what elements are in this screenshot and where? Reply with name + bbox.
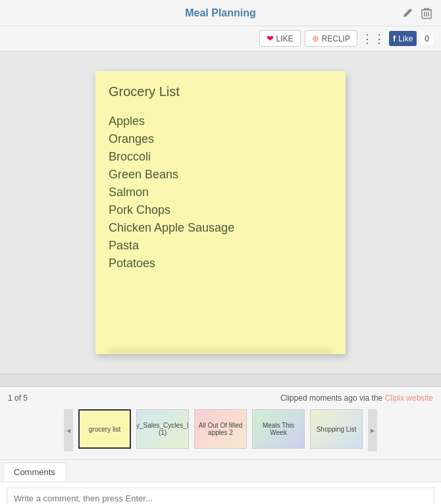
grocery-list-title: Grocery List	[109, 84, 330, 99]
clip-thumbnail[interactable]: Meals This Week	[252, 409, 305, 449]
list-item: Green Beans	[109, 166, 330, 184]
clip-thumbnail[interactable]: grocery list	[78, 409, 131, 449]
reclip-label: RECLIP	[322, 34, 350, 43]
fb-label: Like	[398, 34, 413, 43]
list-item: Oranges	[109, 130, 330, 148]
clip-thumbnail[interactable]: All Out Of filled apples 2	[194, 409, 247, 449]
grocery-items: ApplesOrangesBroccoliGreen BeansSalmonPo…	[109, 113, 330, 272]
fb-icon: f	[393, 34, 396, 43]
clip-strip-meta: 1 of 5 Clipped moments ago via the Clipi…	[8, 393, 433, 403]
main-content: Grocery List ApplesOrangesBroccoliGreen …	[0, 51, 441, 374]
list-item: Pork Chops	[109, 201, 330, 219]
thumb-nav-left[interactable]: ◀	[64, 409, 73, 451]
app-header: Meal Planning	[0, 0, 441, 26]
share-icon[interactable]: ⋮⋮	[361, 32, 385, 46]
comment-input[interactable]	[7, 488, 434, 504]
facebook-like-button[interactable]: f Like	[389, 31, 417, 46]
edit-icon[interactable]	[402, 7, 415, 20]
thumbnails-wrapper: ◀ grocery listGrocery_Sales_Cycles_LROAB…	[8, 408, 433, 453]
reclip-icon: ⊕	[312, 34, 319, 43]
list-item: Apples	[109, 113, 330, 130]
clip-strip: 1 of 5 Clipped moments ago via the Clipi…	[0, 387, 441, 459]
page-title: Meal Planning	[185, 7, 256, 19]
list-item: Chicken Apple Sausage	[109, 219, 330, 237]
sticky-note-scroll[interactable]: Grocery List ApplesOrangesBroccoliGreen …	[109, 84, 335, 321]
fb-count: 0	[421, 33, 433, 45]
comments-section: Comments	[0, 459, 441, 504]
clip-thumbnail[interactable]: Grocery_Sales_Cycles_LROAB (1)	[136, 409, 189, 449]
like-button[interactable]: ❤ LIKE	[259, 30, 301, 47]
list-item: Salmon	[109, 184, 330, 201]
section-divider	[0, 374, 441, 387]
clipped-text: Clipped moments ago via the	[280, 393, 385, 403]
delete-icon[interactable]	[420, 7, 433, 20]
clip-thumbnails: ◀ grocery listGrocery_Sales_Cycles_LROAB…	[8, 408, 433, 453]
sticky-note: Grocery List ApplesOrangesBroccoliGreen …	[95, 71, 346, 354]
header-actions	[402, 7, 433, 20]
list-item: Broccoli	[109, 148, 330, 166]
list-item: Pasta	[109, 237, 330, 255]
like-icon: ❤	[267, 34, 274, 43]
comments-tab[interactable]: Comments	[3, 463, 66, 482]
clipix-link[interactable]: Clipix website	[385, 393, 433, 403]
page-count: 1 of 5	[8, 393, 28, 403]
clip-thumbnail[interactable]: Shopping List	[310, 409, 363, 449]
clipped-info: Clipped moments ago via the Clipix websi…	[280, 393, 433, 403]
like-label: LIKE	[276, 34, 294, 43]
comment-input-area	[0, 482, 441, 504]
list-item: Potatoes	[109, 255, 330, 272]
thumb-nav-right[interactable]: ▶	[368, 409, 377, 451]
action-bar: ❤ LIKE ⊕ RECLIP ⋮⋮ f Like 0	[0, 26, 441, 51]
reclip-button[interactable]: ⊕ RECLIP	[305, 30, 357, 47]
